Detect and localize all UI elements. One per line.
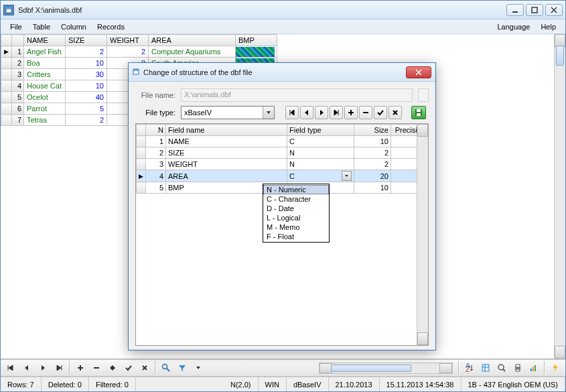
cell-name[interactable]: House Cat: [24, 80, 66, 92]
nav-next-icon[interactable]: [36, 361, 50, 375]
struct-row[interactable]: 3WEIGHTNN20: [137, 159, 428, 170]
table-row[interactable]: ▶1Angel Fish22Computer Aquariums: [1, 46, 277, 58]
search-icon[interactable]: [159, 361, 173, 375]
struct-fieldname[interactable]: NAME: [166, 136, 287, 147]
cell-bmp[interactable]: [236, 46, 277, 58]
struct-fieldname[interactable]: WEIGHT: [166, 159, 287, 170]
main-vscroll[interactable]: [554, 34, 565, 358]
cell-size[interactable]: 10: [66, 80, 107, 92]
dlg-next-icon[interactable]: [315, 106, 328, 119]
struct-fieldtype[interactable]: NN: [287, 159, 354, 170]
dlg-add-icon[interactable]: [344, 106, 358, 119]
cell-size[interactable]: 30: [66, 69, 107, 80]
filter-icon[interactable]: [175, 361, 190, 375]
nav-add-icon[interactable]: [73, 361, 88, 375]
scol-n[interactable]: N: [146, 125, 166, 136]
struct-row[interactable]: 2SIZENN20: [137, 147, 428, 159]
close-button[interactable]: [545, 4, 563, 16]
struct-fieldtype[interactable]: CC: [287, 136, 354, 147]
cell-name[interactable]: Tetras: [24, 115, 66, 126]
filetype-combo[interactable]: xBaseIV: [181, 106, 275, 119]
menu-table[interactable]: Table: [27, 21, 56, 33]
cell-size[interactable]: 5: [66, 103, 107, 115]
nav-prev-icon[interactable]: [19, 361, 34, 375]
struct-size[interactable]: 20: [354, 170, 391, 182]
svg-text:Z: Z: [466, 365, 470, 373]
scol-fieldname[interactable]: Field name: [166, 125, 287, 136]
nav-commit-icon[interactable]: [121, 361, 136, 375]
sort-asc-icon[interactable]: AZ: [462, 361, 477, 375]
cell-size[interactable]: 40: [66, 92, 107, 103]
row-number: 4: [12, 80, 24, 92]
col-name[interactable]: NAME: [24, 35, 66, 46]
struct-fieldtype[interactable]: CC: [287, 170, 354, 182]
cell-size[interactable]: 10: [66, 58, 107, 69]
scol-size[interactable]: Size: [354, 125, 391, 136]
dlg-remove-icon[interactable]: [359, 106, 372, 119]
field-type-dropdown[interactable]: N - Numeric C - Character D - Date L - L…: [263, 184, 330, 243]
nav-edit-icon[interactable]: [105, 361, 120, 375]
hscroll-thumb[interactable]: [331, 365, 411, 372]
minimize-button[interactable]: [506, 4, 524, 16]
cell-name[interactable]: Boa: [24, 58, 66, 69]
col-weight[interactable]: WEIGHT: [107, 35, 149, 46]
dropdown-option[interactable]: L - Logical: [263, 213, 329, 222]
menu-language[interactable]: Language: [492, 21, 535, 33]
chart-icon[interactable]: [526, 361, 541, 375]
struct-size[interactable]: 10: [354, 182, 391, 194]
dropdown-option[interactable]: M - Memo: [263, 222, 329, 232]
col-size[interactable]: SIZE: [66, 35, 107, 46]
struct-row[interactable]: 1NAMECC100: [137, 136, 428, 147]
cell-name[interactable]: Angel Fish: [24, 46, 66, 58]
dlg-last-icon[interactable]: [330, 106, 343, 119]
cell-size[interactable]: 2: [66, 115, 107, 126]
dlg-commit-icon[interactable]: [374, 106, 387, 119]
cell-name[interactable]: Parrot: [24, 103, 66, 115]
cell-size[interactable]: 2: [66, 46, 107, 58]
cell-area[interactable]: Computer Aquariums: [149, 46, 236, 58]
filter-dropdown-icon[interactable]: [191, 361, 206, 375]
nav-last-icon[interactable]: [52, 361, 66, 375]
struct-size[interactable]: 2: [354, 159, 391, 170]
col-area[interactable]: AREA: [149, 35, 236, 46]
nav-cancel-icon[interactable]: [137, 361, 152, 375]
dlg-save-button[interactable]: [411, 106, 426, 119]
scol-fieldtype[interactable]: Field type: [287, 125, 354, 136]
dialog-close-button[interactable]: [406, 66, 431, 78]
vscroll-thumb[interactable]: [556, 46, 564, 66]
chevron-down-icon[interactable]: [263, 107, 274, 119]
zoom-icon[interactable]: [494, 361, 509, 375]
dropdown-option[interactable]: N - Numeric: [263, 185, 329, 194]
print-icon[interactable]: [510, 361, 525, 375]
struct-vscroll[interactable]: [417, 124, 428, 345]
menu-help[interactable]: Help: [535, 21, 561, 33]
struct-size[interactable]: 10: [354, 136, 391, 147]
maximize-button[interactable]: [526, 4, 543, 16]
flash-icon[interactable]: [548, 361, 563, 375]
svg-rect-0: [6, 7, 11, 13]
nav-remove-icon[interactable]: [89, 361, 104, 375]
struct-fieldname[interactable]: AREA: [166, 170, 287, 182]
dropdown-option[interactable]: F - Float: [263, 232, 329, 241]
structure-icon[interactable]: [478, 361, 493, 375]
dlg-first-icon[interactable]: [285, 106, 299, 119]
main-hscroll[interactable]: [319, 363, 453, 374]
dlg-prev-icon[interactable]: [300, 106, 313, 119]
dropdown-option[interactable]: C - Character: [263, 194, 329, 204]
struct-size[interactable]: 2: [354, 147, 391, 159]
struct-fieldname[interactable]: SIZE: [166, 147, 287, 159]
col-bmp[interactable]: BMP: [236, 35, 277, 46]
menu-column[interactable]: Column: [56, 21, 92, 33]
struct-grid[interactable]: N Field name Field type Size Precision 1…: [135, 123, 429, 346]
menu-file[interactable]: File: [5, 21, 27, 33]
menu-records[interactable]: Records: [92, 21, 130, 33]
struct-row[interactable]: ▶4AREACC200: [137, 170, 428, 182]
struct-fieldtype[interactable]: NN: [287, 147, 354, 159]
dropdown-option[interactable]: D - Date: [263, 204, 329, 213]
dlg-cancel-icon[interactable]: [388, 106, 402, 119]
cell-name[interactable]: Critters: [24, 69, 66, 80]
cell-weight[interactable]: 2: [107, 46, 149, 58]
chevron-down-icon[interactable]: [342, 171, 352, 181]
cell-name[interactable]: Ocelot: [24, 92, 66, 103]
nav-first-icon[interactable]: [3, 361, 18, 375]
